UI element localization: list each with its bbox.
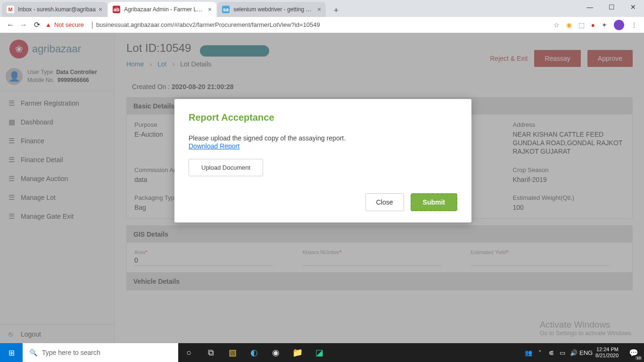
close-icon[interactable]: × bbox=[317, 6, 321, 13]
sticky-notes-icon[interactable]: ▧ bbox=[222, 343, 243, 362]
minimize-button[interactable]: — bbox=[579, 0, 601, 14]
address-bar-icons: ☆ ◉ ⬚ ● ✦ S ⋮ bbox=[553, 20, 640, 30]
submit-button[interactable]: Submit bbox=[411, 193, 457, 211]
chrome-icon[interactable]: ◉ bbox=[265, 343, 287, 362]
menu-icon[interactable]: ⋮ bbox=[631, 21, 637, 29]
tab-title: Inbox - suresh.kumar@agribaa bbox=[18, 6, 96, 13]
windows-watermark: Activate Windows Go to Settings to activ… bbox=[540, 320, 633, 337]
edge-icon[interactable]: ◐ bbox=[243, 343, 265, 362]
url-text[interactable]: businessuat.agribazaar.com/#/abcv2/farme… bbox=[96, 21, 553, 28]
gmail-icon: M bbox=[7, 6, 14, 13]
volume-icon[interactable]: 🔊 bbox=[568, 349, 579, 356]
close-icon[interactable]: × bbox=[208, 6, 212, 13]
dialog-text: Please upload the signed copy of the ass… bbox=[189, 134, 457, 142]
browser-tab-agribazaar[interactable]: ab Agribazaar Admin - Farmer Lot V × bbox=[108, 2, 216, 17]
security-status[interactable]: ▲ Not secure bbox=[45, 21, 84, 28]
browser-chrome: — ☐ ✕ M Inbox - suresh.kumar@agribaa × a… bbox=[0, 0, 644, 33]
maximize-button[interactable]: ☐ bbox=[601, 0, 622, 14]
tab-title: Agribazaar Admin - Farmer Lot V bbox=[124, 6, 205, 13]
taskbar-clock[interactable]: 12:24 PM 8/21/2020 bbox=[591, 346, 623, 359]
people-icon[interactable]: 👥 bbox=[523, 349, 534, 356]
task-view-icon[interactable]: ⧉ bbox=[200, 343, 222, 362]
extension-icon[interactable]: ⬚ bbox=[578, 21, 585, 29]
upload-document-button[interactable]: Upload Document bbox=[189, 159, 263, 176]
security-label: Not secure bbox=[54, 21, 84, 28]
agribazaar-icon: ab bbox=[113, 6, 120, 13]
system-tray: 👥 ˄ ⋐ ▭ 🔊 ENG 12:24 PM 8/21/2020 💬10 bbox=[523, 343, 644, 362]
close-window-button[interactable]: ✕ bbox=[622, 0, 644, 14]
back-button[interactable]: ← bbox=[4, 18, 17, 32]
notification-badge: 10 bbox=[635, 356, 642, 360]
language-indicator[interactable]: ENG bbox=[579, 349, 591, 356]
dialog-actions: Close Submit bbox=[189, 193, 457, 211]
wifi-icon[interactable]: ⋐ bbox=[545, 349, 557, 356]
battery-icon[interactable]: ▭ bbox=[557, 349, 568, 356]
file-explorer-icon[interactable]: 📁 bbox=[287, 343, 308, 362]
extension-icon[interactable]: ◉ bbox=[566, 21, 572, 29]
dialog-title: Report Acceptance bbox=[189, 112, 457, 123]
new-tab-button[interactable]: + bbox=[330, 4, 343, 17]
start-button[interactable]: ⊞ bbox=[0, 343, 23, 362]
download-report-link[interactable]: Download Report bbox=[189, 142, 239, 150]
separator: | bbox=[91, 21, 93, 29]
taskbar-search[interactable]: 🔍 Type here to search bbox=[23, 343, 178, 362]
warning-icon: ▲ bbox=[45, 21, 51, 28]
stackoverflow-icon: sa bbox=[222, 6, 230, 13]
browser-tab-gmail[interactable]: M Inbox - suresh.kumar@agribaa × bbox=[2, 2, 107, 17]
search-icon: 🔍 bbox=[29, 349, 37, 356]
window-controls: — ☐ ✕ bbox=[579, 0, 644, 14]
extensions-icon[interactable]: ✦ bbox=[602, 21, 607, 29]
tab-title: selenium webdriver - getting erro bbox=[233, 6, 314, 13]
close-icon[interactable]: × bbox=[99, 6, 102, 13]
bookmark-icon[interactable]: ☆ bbox=[553, 21, 560, 29]
profile-avatar[interactable]: S bbox=[614, 20, 624, 30]
search-placeholder: Type here to search bbox=[42, 349, 100, 356]
browser-tab-stackoverflow[interactable]: sa selenium webdriver - getting erro × bbox=[217, 2, 326, 17]
tray-chevron-up-icon[interactable]: ˄ bbox=[534, 349, 545, 356]
pycharm-icon[interactable]: ◪ bbox=[308, 343, 330, 362]
forward-button[interactable]: → bbox=[17, 18, 30, 32]
cortana-icon[interactable]: ○ bbox=[178, 343, 200, 362]
close-button[interactable]: Close bbox=[365, 193, 404, 211]
reload-button[interactable]: ⟳ bbox=[30, 18, 43, 32]
tab-strip: M Inbox - suresh.kumar@agribaa × ab Agri… bbox=[0, 0, 644, 17]
address-bar: ← → ⟳ ▲ Not secure | businessuat.agribaz… bbox=[0, 17, 644, 33]
report-acceptance-dialog: Report Acceptance Please upload the sign… bbox=[174, 99, 471, 222]
task-icons: ○ ⧉ ▧ ◐ ◉ 📁 ◪ bbox=[178, 343, 330, 362]
action-center-icon[interactable]: 💬10 bbox=[623, 343, 644, 362]
windows-taskbar: ⊞ 🔍 Type here to search ○ ⧉ ▧ ◐ ◉ 📁 ◪ 👥 … bbox=[0, 343, 644, 362]
extension-icon[interactable]: ● bbox=[591, 21, 595, 29]
